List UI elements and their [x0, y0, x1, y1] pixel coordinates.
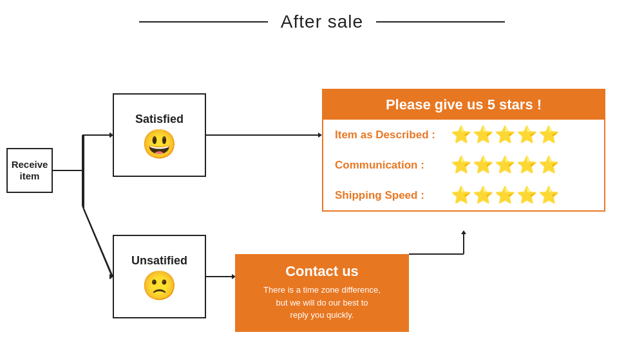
title-line-left [139, 21, 268, 23]
receive-item-box: Receiveitem [6, 148, 53, 193]
receive-item-label: Receiveitem [12, 159, 48, 182]
stars-row-2: Communication : ⭐⭐⭐⭐⭐ [323, 150, 604, 180]
satisfied-box: Satisfied 😃 [113, 93, 206, 177]
svg-marker-16 [461, 230, 466, 234]
unsatisfied-box: Unsatified 🙁 [113, 235, 206, 318]
satisfied-label: Satisfied [135, 113, 184, 126]
title-line-right [376, 21, 505, 23]
stars-row-1: Item as Described : ⭐⭐⭐⭐⭐ [323, 120, 604, 150]
page-title: After sale [268, 12, 376, 32]
happy-face-icon: 😃 [142, 130, 177, 158]
stars-header: Please give us 5 stars ! [323, 90, 604, 120]
stars-row-3: Shipping Speed : ⭐⭐⭐⭐⭐ [323, 180, 604, 210]
stars-icons-3: ⭐⭐⭐⭐⭐ [451, 185, 560, 205]
contact-box: Contact us There is a time zone differen… [235, 254, 409, 332]
diagram: Receiveitem Satisfied 😃 Unsatified 🙁 Ple… [0, 39, 644, 334]
stars-label-3: Shipping Speed : [335, 189, 444, 202]
unsatisfied-label: Unsatified [131, 254, 187, 268]
page-container: After sale [0, 0, 644, 339]
title-section: After sale [0, 0, 644, 32]
svg-line-10 [84, 209, 112, 277]
stars-label-2: Communication : [335, 159, 444, 172]
stars-label-1: Item as Described : [335, 129, 444, 142]
contact-title: Contact us [285, 263, 359, 280]
contact-text: There is a time zone difference,but we w… [263, 284, 381, 322]
svg-line-4 [82, 206, 113, 277]
stars-icons-1: ⭐⭐⭐⭐⭐ [451, 125, 560, 145]
stars-icons-2: ⭐⭐⭐⭐⭐ [451, 155, 560, 175]
stars-box: Please give us 5 stars ! Item as Describ… [322, 89, 605, 212]
sad-face-icon: 🙁 [142, 271, 177, 300]
